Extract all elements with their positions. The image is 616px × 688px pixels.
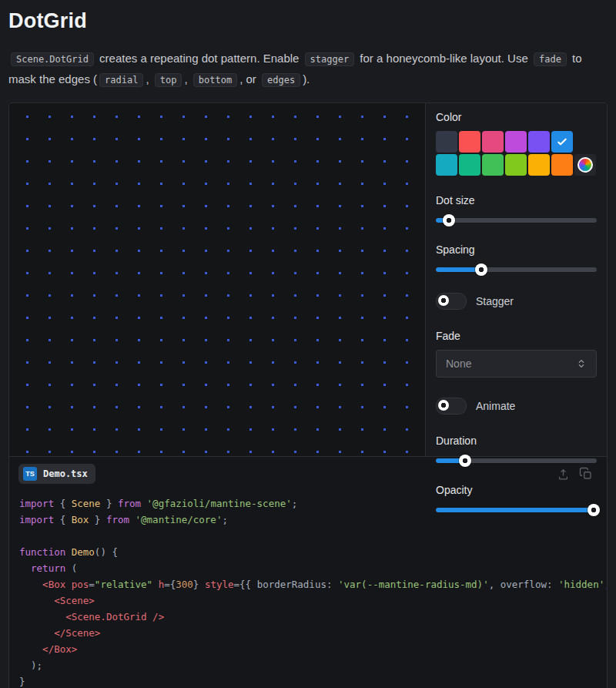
slider-thumb[interactable] <box>475 263 487 276</box>
color-swatch-dark[interactable] <box>436 131 457 153</box>
code-lines: import { Scene } from '@gfazioli/mantine… <box>9 486 607 688</box>
inline-code-chip: stagger <box>305 52 355 66</box>
description: Scene.DotGrid creates a repeating dot pa… <box>8 49 608 90</box>
code-tab[interactable]: TS Demo.tsx <box>18 464 95 484</box>
spacing-slider[interactable] <box>436 263 597 276</box>
animate-label: Animate <box>476 400 515 412</box>
color-swatch-red[interactable] <box>459 131 480 153</box>
color-swatch-cyan[interactable] <box>436 154 457 176</box>
spacing-label: Spacing <box>436 243 597 256</box>
slider-track <box>436 508 597 512</box>
slider-thumb[interactable] <box>459 455 471 467</box>
controls-panel: Color Dot size Spacing <box>426 103 607 456</box>
color-swatch-blue[interactable] <box>551 131 573 153</box>
code-line: function Demo() { <box>19 544 597 560</box>
description-text: , <box>184 72 190 86</box>
slider-thumb[interactable] <box>443 214 455 227</box>
color-swatch-orange[interactable] <box>551 154 573 176</box>
animate-switch[interactable] <box>436 398 467 414</box>
dot-size-label: Dot size <box>436 194 597 206</box>
page: DotGrid Scene.DotGrid creates a repeatin… <box>0 0 616 688</box>
description-text: , <box>146 72 152 86</box>
slider-track <box>436 218 597 223</box>
color-swatch-green[interactable] <box>482 154 504 176</box>
slider-track <box>436 267 597 272</box>
description-text: creates a repeating dot pattern. Enable <box>96 52 303 65</box>
dot-grid-canvas <box>9 103 426 456</box>
inline-code-chip: edges <box>262 73 300 87</box>
switch-thumb <box>438 295 449 306</box>
export-icon[interactable] <box>557 468 570 481</box>
color-swatch-grape[interactable] <box>505 131 527 153</box>
code-line: <Box pos="relative" h={300} style={{ bor… <box>19 576 597 592</box>
slider-thumb[interactable] <box>588 504 600 516</box>
inline-code-chip: fade <box>534 52 567 66</box>
stagger-label: Stagger <box>476 295 514 307</box>
code-line: return ( <box>19 560 597 576</box>
typescript-icon: TS <box>23 467 37 481</box>
color-label: Color <box>436 111 597 123</box>
color-swatch-lime[interactable] <box>505 154 527 176</box>
inline-code-chip: Scene.DotGrid <box>11 52 94 66</box>
copy-icon[interactable] <box>579 467 593 481</box>
code-line <box>19 528 597 544</box>
color-swatch-violet[interactable] <box>528 131 550 153</box>
duration-label: Duration <box>436 435 597 447</box>
opacity-slider[interactable] <box>436 504 597 516</box>
slider-fill <box>436 508 594 512</box>
check-icon <box>556 136 568 148</box>
selector-chevrons-icon <box>576 358 587 369</box>
code-line: </Box> <box>19 641 597 657</box>
fade-select-value: None <box>446 357 471 370</box>
duration-slider[interactable] <box>436 455 597 467</box>
code-line: <Scene.DotGrid /> <box>19 609 597 625</box>
color-wheel-icon <box>578 157 593 173</box>
code-line: } <box>19 673 597 688</box>
color-swatch-custom[interactable] <box>574 154 596 176</box>
description-text: for a honeycomb-like layout. Use <box>357 52 531 65</box>
fade-label: Fade <box>436 330 597 342</box>
demo-area: Color Dot size Spacing <box>9 103 607 456</box>
inline-code-chip: bottom <box>193 73 237 87</box>
code-line: ); <box>19 657 597 673</box>
color-swatch-pink[interactable] <box>482 131 504 153</box>
description-text: ). <box>303 72 310 86</box>
fade-select[interactable]: None <box>436 350 597 378</box>
opacity-label: Opacity <box>436 484 597 496</box>
page-title: DotGrid <box>8 9 608 33</box>
inline-code-chip: radial <box>99 73 143 87</box>
color-swatches <box>436 131 597 176</box>
code-tab-label: Demo.tsx <box>43 468 88 479</box>
demo-card: Color Dot size Spacing <box>8 102 608 688</box>
code-line: <Scene> <box>19 592 597 609</box>
switch-thumb <box>438 400 449 411</box>
stagger-switch[interactable] <box>436 293 467 310</box>
code-line: </Scene> <box>19 625 597 641</box>
color-swatch-teal[interactable] <box>459 154 480 176</box>
description-text: , or <box>239 72 259 86</box>
color-swatch-yellow[interactable] <box>528 154 550 176</box>
inline-code-chip: top <box>155 73 182 87</box>
dot-size-slider[interactable] <box>436 214 597 227</box>
